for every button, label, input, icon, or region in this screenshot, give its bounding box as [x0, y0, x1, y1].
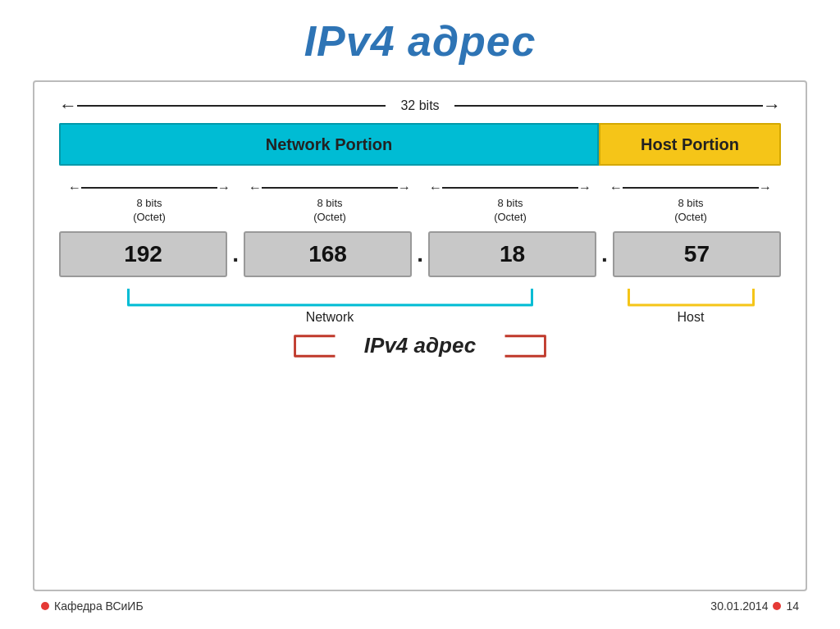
arrow-left-icon-1: ←	[68, 180, 81, 195]
octet-bits-label-3: 8 bits (Octet)	[494, 197, 527, 225]
bottom-bracket-right	[500, 333, 550, 359]
footer-dot-left	[41, 602, 49, 610]
network-portion: Network Portion	[59, 123, 599, 166]
left-arrow-icon: ←	[59, 97, 77, 115]
footer-left-label: Кафедра ВСиИБ	[54, 599, 144, 613]
dot-3: .	[596, 241, 613, 267]
brackets-row: Network Host	[59, 285, 781, 325]
dot-2: .	[412, 241, 428, 267]
footer-dot-right	[773, 602, 781, 610]
page-title: IPv4 адрес	[33, 16, 807, 66]
octet-box-3: 18	[428, 231, 596, 277]
footer: Кафедра ВСиИБ 30.01.2014 14	[33, 591, 807, 613]
network-bracket: Network	[59, 285, 600, 325]
footer-page-number: 14	[786, 599, 799, 613]
octet-arrow-3: ← → 8 bits (Octet)	[420, 180, 600, 225]
octet-arrow-1: ← → 8 bits (Octet)	[59, 180, 240, 225]
host-label: Host	[678, 310, 705, 325]
octet-box-4: 57	[613, 231, 781, 277]
octets-row: 192 . 168 . 18 . 57	[59, 231, 781, 277]
dot-1: .	[227, 241, 244, 267]
host-bracket-svg	[605, 285, 777, 308]
octet-bits-label-2: 8 bits (Octet)	[313, 197, 346, 225]
bottom-bracket-left	[290, 333, 340, 359]
host-bracket: Host	[600, 285, 781, 325]
diagram-container: ← 32 bits → Network Portion Host Portion…	[33, 80, 807, 591]
footer-date: 30.01.2014	[710, 599, 768, 613]
octet-arrow-2: ← → 8 bits (Octet)	[240, 180, 420, 225]
arrow-left-icon-3: ←	[429, 180, 442, 195]
arrow-right-icon-1: →	[217, 180, 231, 195]
ipv4-bottom-label: IPv4 адрес	[340, 333, 500, 358]
ipv4-bottom-row: IPv4 адрес	[59, 333, 781, 359]
bits-label: 32 bits	[386, 98, 454, 113]
arrow-right-icon-3: →	[578, 180, 591, 195]
octet-bits-label-4: 8 bits (Octet)	[674, 197, 707, 225]
footer-right: 30.01.2014 14	[710, 599, 799, 613]
network-label: Network	[306, 310, 354, 325]
network-bracket-svg	[73, 285, 587, 308]
footer-left: Кафедра ВСиИБ	[41, 599, 144, 613]
bits-arrow-row: ← 32 bits →	[59, 97, 781, 115]
arrow-right-icon-4: →	[759, 180, 772, 195]
octet-box-2: 168	[244, 231, 412, 277]
host-portion: Host Portion	[599, 123, 781, 166]
octet-box-1: 192	[59, 231, 227, 277]
portion-bar: Network Portion Host Portion	[59, 123, 781, 166]
octet-bits-label-1: 8 bits (Octet)	[133, 197, 166, 225]
arrow-left-icon-4: ←	[609, 180, 623, 195]
slide: IPv4 адрес ← 32 bits → Network Portion H…	[0, 0, 840, 629]
octets-arrows-row: ← → 8 bits (Octet) ← → 8 bits (Octet)	[59, 180, 781, 225]
arrow-right-icon-2: →	[398, 180, 411, 195]
right-arrow-icon: →	[763, 97, 781, 115]
arrow-left-icon-2: ←	[249, 180, 262, 195]
octet-arrow-4: ← → 8 bits (Octet)	[600, 180, 781, 225]
